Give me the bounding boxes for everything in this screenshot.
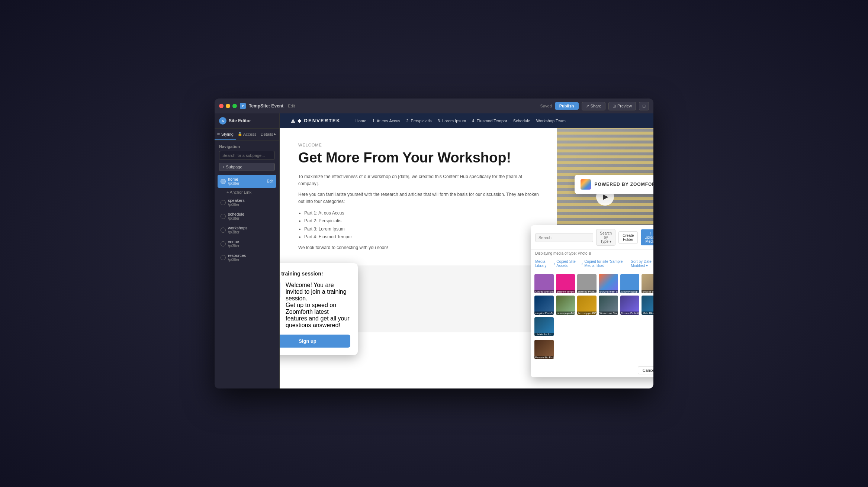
app-title: TempSite: Event — [249, 103, 283, 109]
hero-title: Get More From Your Workshop! — [298, 150, 542, 166]
nav-item-slug-schedule: /p/3lter — [228, 216, 244, 220]
media-item-7[interactable]: bernsey-youBI0s... — [556, 296, 575, 315]
add-subpage-button[interactable]: + Subpage — [219, 163, 275, 171]
media-item-12[interactable]: Male Bo Px — [534, 317, 554, 336]
site-nav-schedule[interactable]: Schedule — [513, 119, 530, 123]
nav-item-resources[interactable]: resources /p/3lter — [218, 251, 276, 264]
close-button[interactable] — [219, 104, 224, 108]
media-label-2: tabletop-Produ... — [577, 290, 597, 293]
media-breadcrumb: Media Library › Copied Site Assets › Cop… — [531, 257, 653, 270]
saved-status: Saved — [540, 104, 552, 108]
app-logo: Z — [240, 103, 246, 109]
mobile-button[interactable]: ⊟ — [639, 102, 649, 110]
list-item-1: Part 1: At eos Accus — [304, 209, 542, 217]
media-label-6: couple-office-Bios... — [534, 312, 554, 315]
nav-item-venue[interactable]: venue /p/3lter — [218, 237, 276, 250]
traffic-lights — [219, 104, 237, 108]
navigation-section: Navigation + Subpage — [215, 141, 279, 175]
share-button[interactable]: ↗ Share — [582, 102, 605, 110]
media-item-0[interactable]: Copied Site Icon... — [534, 274, 554, 293]
anchor-link[interactable]: + Anchor Link — [218, 188, 276, 196]
sidebar-header: S Site Editor — [215, 113, 279, 129]
media-label-0: Copied Site Icon... — [534, 290, 554, 293]
search-by-type-button[interactable]: Search by Type ▾ — [596, 229, 615, 246]
media-label-13: Female Bio Profile — [534, 356, 554, 359]
site-nav-eiusmod[interactable]: 4. Eiusmod Tempor — [472, 119, 507, 123]
nav-item-edit-home[interactable]: Edit — [267, 179, 273, 183]
minimize-button[interactable] — [226, 104, 230, 108]
nav-item-name-schedule: schedule — [228, 212, 244, 216]
home-nav-icon — [221, 179, 226, 184]
edit-label[interactable]: Edit — [288, 104, 295, 108]
hero-body-1: To maximize the effectiveness of our wor… — [298, 173, 542, 187]
hero-text: WELCOME Get More From Your Workshop! To … — [280, 128, 557, 265]
media-label-7: bernsey-youBI0s... — [556, 312, 575, 315]
modal-description: Get up to speed on Zoomforth latest feat… — [286, 302, 350, 329]
main-content: ◆ DENVERTEK Home 1. At eos Accus 2. Pers… — [280, 113, 653, 388]
media-label-1: gradient-templi-ge... — [556, 290, 575, 293]
signup-button[interactable]: Sign up — [280, 335, 350, 348]
nav-item-schedule[interactable]: schedule /p/3lter — [218, 210, 276, 223]
publish-button[interactable]: Publish — [555, 102, 579, 110]
cancel-button[interactable]: Cancel — [638, 366, 653, 374]
media-library: Search by Type ▾ Create Folder ↑ Upload … — [531, 225, 653, 377]
zoomforth-logo-icon — [581, 179, 591, 190]
upload-media-button[interactable]: ↑ Upload Media — [641, 229, 653, 245]
site-nav-team[interactable]: Workshop Team — [536, 119, 566, 123]
editor-layout: S Site Editor ✏ Styling 🔒 Access Details… — [215, 113, 653, 388]
nav-item-name-venue: venue — [228, 239, 239, 244]
tab-access[interactable]: 🔒 Access — [236, 129, 258, 140]
media-grid: Copied Site Icon... gradient-templi-ge..… — [531, 270, 653, 340]
nav-item-name-workshops: workshops — [228, 226, 248, 230]
modal-body: Welcome! You are invited to join a train… — [280, 282, 350, 329]
site-nav-lorem[interactable]: 3. Lorem Ipsum — [438, 119, 466, 123]
nav-item-workshops[interactable]: workshops /p/3lter — [218, 223, 276, 236]
nav-item-home[interactable]: home /p/3lter Edit — [218, 175, 276, 188]
breadcrumb-copied-assets[interactable]: Copied Site Assets — [556, 259, 580, 268]
media-item-13[interactable]: Female Bio Profile — [534, 340, 554, 359]
workshops-nav-icon — [221, 228, 226, 233]
modal-link[interactable]: Welcome! You are invited to join a train… — [286, 282, 350, 302]
breadcrumb-sample-media[interactable]: Copied for site 'Sample Media: Bios' — [584, 259, 629, 268]
site-nav-home[interactable]: Home — [356, 119, 366, 123]
media-item-10[interactable]: Female Portrait — [620, 296, 640, 315]
media-label-9: Women on Start — [599, 312, 618, 315]
media-grid-row2: Female Bio Profile — [531, 340, 653, 363]
tab-details[interactable]: Details ▸ — [258, 129, 279, 140]
modal-title: Join a training session! — [280, 271, 350, 277]
create-folder-button[interactable]: Create Folder — [618, 231, 638, 244]
breadcrumb-media-library[interactable]: Media Library — [535, 259, 552, 268]
navigation-label: Navigation — [219, 144, 275, 149]
nav-item-speakers[interactable]: speakers /p/3lter — [218, 196, 276, 209]
media-library-footer: Cancel — [531, 363, 653, 377]
site-editor-icon: S — [219, 117, 226, 125]
media-item-2[interactable]: tabletop-Produ... — [577, 274, 597, 293]
media-label-10: Female Portrait — [620, 312, 640, 315]
breadcrumb-sep-2: › — [582, 262, 583, 266]
preview-button[interactable]: ⊞ Preview — [608, 102, 636, 110]
maximize-button[interactable] — [232, 104, 237, 108]
sort-button[interactable]: Sort by Date Modified ▾ — [631, 259, 653, 268]
sidebar-tabs: ✏ Styling 🔒 Access Details ▸ — [215, 129, 279, 141]
media-item-1[interactable]: gradient-templi-ge... — [556, 274, 575, 293]
media-item-8[interactable]: bernsey-youBi0s... — [577, 296, 597, 315]
media-item-9[interactable]: Women on Start — [599, 296, 618, 315]
media-library-toolbar: Search by Type ▾ Create Folder ↑ Upload … — [531, 225, 653, 250]
site-nav-eos[interactable]: 1. At eos Accus — [372, 119, 400, 123]
media-item-4[interactable]: window-laptop... — [620, 274, 640, 293]
media-search-input[interactable] — [535, 233, 593, 242]
media-label-3: growing-team-di... — [599, 290, 618, 293]
chevron-right-icon: ▸ — [274, 132, 276, 136]
site-nav-perspiciatis[interactable]: 2. Perspiciatis — [406, 119, 431, 123]
media-label-12: Male Bo Px — [534, 333, 554, 336]
tab-styling[interactable]: ✏ Styling — [215, 129, 236, 140]
hero-body-2: Here you can familiarize yourself with t… — [298, 191, 542, 205]
subpage-search-input[interactable] — [219, 151, 275, 160]
share-icon: ↗ — [586, 104, 589, 109]
media-item-6[interactable]: couple-office-Bios... — [534, 296, 554, 315]
modal-text-content: Welcome! You are invited to join a train… — [286, 282, 350, 329]
media-item-5[interactable]: Snooze-age-yo... — [642, 274, 653, 293]
sidebar: S Site Editor ✏ Styling 🔒 Access Details… — [215, 113, 280, 388]
media-item-11[interactable]: Male Blue Suit — [642, 296, 653, 315]
media-item-3[interactable]: growing-team-di... — [599, 274, 618, 293]
